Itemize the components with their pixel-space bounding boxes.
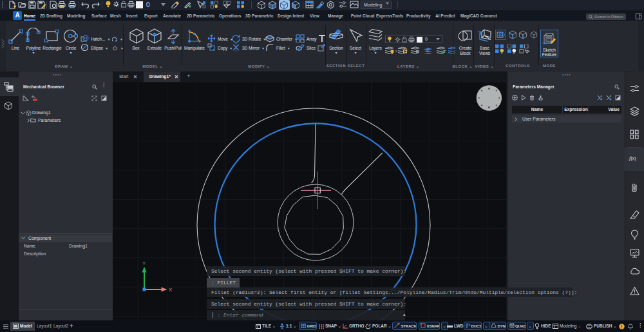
svg-text:X: X (169, 287, 173, 293)
svg-text:Y: Y (142, 260, 146, 266)
